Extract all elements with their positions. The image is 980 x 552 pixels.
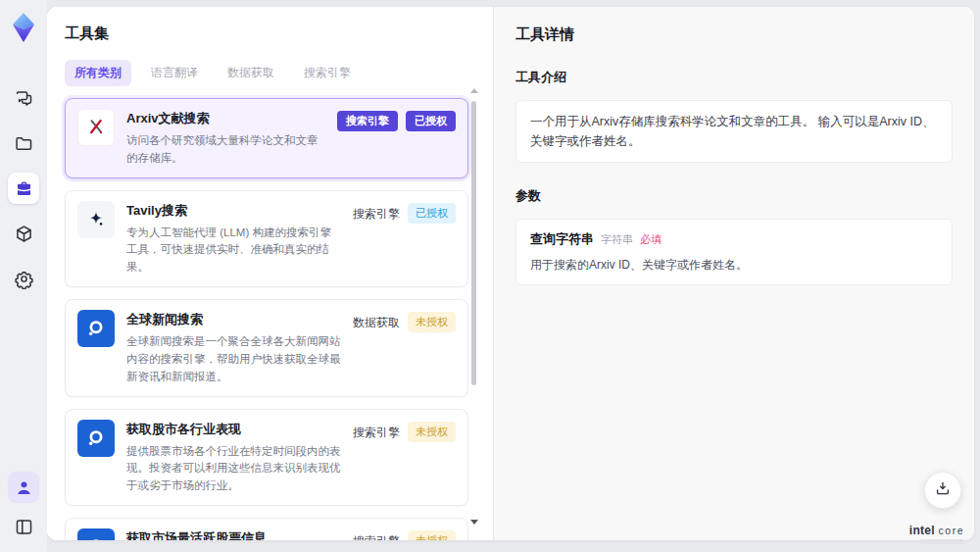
sidebar-item-toolbox[interactable] bbox=[8, 173, 39, 204]
tool-list-item[interactable]: Arxiv文献搜索访问各个研究领域大量科学论文和文章的存储库。搜索引擎已授权 bbox=[65, 98, 468, 178]
parameter-description: 用于搜索的Arxiv ID、关键字或作者姓名。 bbox=[530, 257, 938, 274]
tool-category-badge: 搜索引擎 bbox=[337, 111, 398, 131]
finance-app-icon bbox=[77, 310, 115, 347]
sidebar-item-chat[interactable] bbox=[8, 82, 39, 114]
tool-category-badge: 搜索引擎 bbox=[353, 422, 400, 444]
sidebar-item-folder[interactable] bbox=[8, 127, 39, 159]
tools-list-panel: 工具集 所有类别语言翻译数据获取搜索引擎 Arxiv文献搜索访问各个研究领域大量… bbox=[47, 7, 493, 540]
intro-heading: 工具介绍 bbox=[515, 69, 953, 86]
tool-description: 专为人工智能代理 (LLM) 构建的搜索引擎工具，可快速提供实时、准确和真实的结… bbox=[126, 225, 341, 276]
tool-status-badge: 已授权 bbox=[406, 111, 456, 131]
user-icon bbox=[14, 477, 34, 498]
sidebar-bottom bbox=[8, 472, 39, 542]
finance-app-icon bbox=[77, 528, 115, 540]
tool-status-badge: 未授权 bbox=[408, 312, 456, 332]
tool-description: 全球新闻搜索是一个聚合全球各大新闻网站内容的搜索引擎，帮助用户快速获取全球最新资… bbox=[126, 333, 341, 385]
tool-detail-panel: 工具详情 工具介绍 一个用于从Arxiv存储库搜索科学论文和文章的工具。 输入可… bbox=[493, 7, 974, 540]
main-window: 工具集 所有类别语言翻译数据获取搜索引擎 Arxiv文献搜索访问各个研究领域大量… bbox=[47, 7, 974, 540]
category-tabs: 所有类别语言翻译数据获取搜索引擎 bbox=[65, 60, 467, 86]
scroll-up-icon[interactable] bbox=[470, 88, 478, 93]
tool-list-item[interactable]: 获取市场最活跃股票信息提供当天交易量最高的股票列表。投资者可以利用这些信息来识别… bbox=[65, 518, 468, 540]
parameter-type: 字符串 bbox=[601, 232, 633, 247]
gear-icon bbox=[14, 269, 34, 289]
tool-name: Tavily搜索 bbox=[126, 202, 341, 220]
tab-category-1[interactable]: 语言翻译 bbox=[141, 60, 208, 86]
sidebar-item-panel[interactable] bbox=[8, 511, 39, 542]
sidebar-nav bbox=[8, 82, 39, 294]
tool-name: Arxiv文献搜索 bbox=[126, 110, 325, 127]
sidebar-item-cube[interactable] bbox=[8, 218, 39, 249]
tool-status-badge: 未授权 bbox=[408, 530, 456, 540]
tool-list: Arxiv文献搜索访问各个研究领域大量科学论文和文章的存储库。搜索引擎已授权Ta… bbox=[65, 98, 468, 540]
intro-text: 一个用于从Arxiv存储库搜索科学论文和文章的工具。 输入可以是Arxiv ID… bbox=[530, 112, 938, 151]
tool-category-badge: 搜索引擎 bbox=[353, 203, 400, 226]
tool-category-badge: 数据获取 bbox=[353, 312, 400, 334]
tool-status-badge: 未授权 bbox=[408, 422, 456, 442]
intel-core-logo: intel core bbox=[909, 524, 964, 544]
tool-name: 全球新闻搜索 bbox=[126, 311, 341, 328]
parameter-required-badge: 必填 bbox=[640, 232, 662, 247]
tool-list-item[interactable]: Tavily搜索专为人工智能代理 (LLM) 构建的搜索引擎工具，可快速提供实时… bbox=[65, 190, 468, 287]
tool-status-badge: 已授权 bbox=[408, 203, 456, 224]
app-sidebar bbox=[0, 0, 47, 552]
chat-icon bbox=[14, 88, 34, 109]
download-button[interactable] bbox=[924, 472, 961, 509]
tavily-star-icon bbox=[77, 201, 115, 238]
tool-list-item[interactable]: 获取股市各行业表现提供股票市场各个行业在特定时间段内的表现。投资者可以利用这些信… bbox=[65, 409, 468, 506]
panel-icon bbox=[14, 517, 34, 537]
tab-category-0[interactable]: 所有类别 bbox=[65, 60, 131, 86]
brand-intel-text: intel bbox=[909, 524, 935, 537]
sidebar-item-gear[interactable] bbox=[8, 263, 39, 294]
tool-description: 提供股票市场各个行业在特定时间段内的表现。投资者可以利用这些信息来识别表现优于或… bbox=[126, 443, 341, 495]
scroll-down-icon[interactable] bbox=[470, 520, 478, 525]
arxiv-logo-icon bbox=[77, 109, 115, 146]
tool-name: 获取市场最活跃股票信息 bbox=[126, 529, 341, 540]
tool-category-badge: 搜索引擎 bbox=[353, 530, 400, 540]
folder-icon bbox=[14, 133, 34, 154]
tool-list-item[interactable]: 全球新闻搜索全球新闻搜索是一个聚合全球各大新闻网站内容的搜索引擎，帮助用户快速获… bbox=[65, 299, 468, 396]
tab-category-2[interactable]: 数据获取 bbox=[218, 60, 284, 86]
brand-core-text: core bbox=[939, 525, 964, 536]
scrollbar-thumb[interactable] bbox=[471, 101, 476, 385]
download-icon bbox=[934, 479, 952, 501]
finance-app-icon bbox=[77, 420, 115, 457]
cube-icon bbox=[14, 224, 34, 244]
tab-category-3[interactable]: 搜索引擎 bbox=[294, 60, 361, 86]
params-heading: 参数 bbox=[515, 187, 953, 205]
sidebar-item-user[interactable] bbox=[8, 472, 39, 503]
parameter-box: 查询字符串 字符串 必填 用于搜索的Arxiv ID、关键字或作者姓名。 bbox=[515, 219, 953, 285]
intro-box: 一个用于从Arxiv存储库搜索科学论文和文章的工具。 输入可以是Arxiv ID… bbox=[515, 100, 953, 163]
app-logo-icon bbox=[10, 12, 37, 41]
tool-description: 访问各个研究领域大量科学论文和文章的存储库。 bbox=[126, 132, 325, 168]
page-title: 工具集 bbox=[65, 25, 467, 43]
parameter-name: 查询字符串 bbox=[530, 230, 594, 248]
detail-title: 工具详情 bbox=[515, 25, 953, 44]
tool-name: 获取股市各行业表现 bbox=[126, 421, 341, 438]
brand-subline bbox=[919, 539, 964, 544]
toolbox-icon bbox=[14, 178, 34, 199]
